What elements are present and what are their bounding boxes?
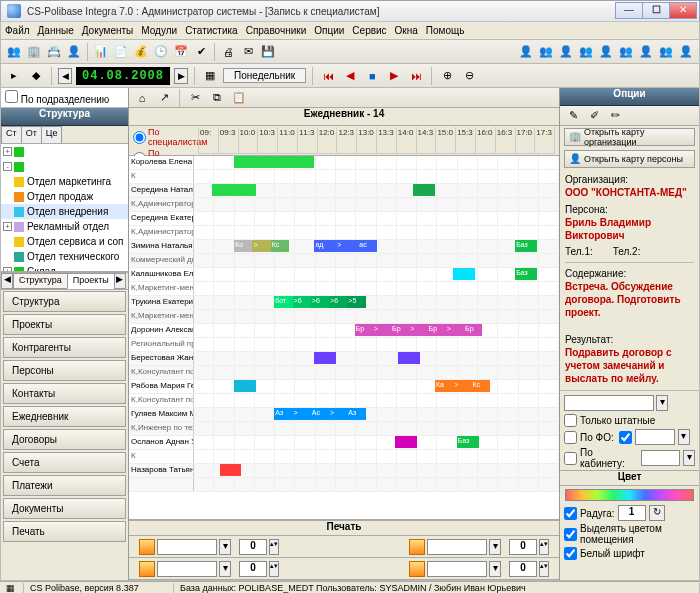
flag-red-icon[interactable]: ▸ <box>5 67 23 85</box>
spin-buttons[interactable]: ▴▾ <box>269 539 279 555</box>
ctool-home-icon[interactable]: ⌂ <box>133 89 151 107</box>
tool-user1-icon[interactable]: 👤 <box>517 43 535 61</box>
nav-Персоны[interactable]: Персоны <box>3 360 126 381</box>
appointment[interactable] <box>453 268 475 280</box>
grid-row[interactable]: Назарова Татьяна Алекс <box>129 464 559 478</box>
tabs-scroll-left[interactable]: ◀ <box>1 273 13 289</box>
tool-mail-icon[interactable]: ✉ <box>239 43 257 61</box>
print-spin-3[interactable]: 0 <box>239 561 267 577</box>
grid-row[interactable]: Берестовая Жанна Вале <box>129 352 559 366</box>
print-icon-4[interactable] <box>409 561 425 577</box>
rtool-brush-icon[interactable]: ✏ <box>606 107 624 125</box>
menu-Файл[interactable]: Файл <box>5 25 30 36</box>
appointment[interactable]: ас <box>358 240 376 252</box>
nav-Контрагенты[interactable]: Контрагенты <box>3 337 126 358</box>
tree-node[interactable]: Отдел технического <box>1 249 128 264</box>
flag-blue-icon[interactable]: ◆ <box>27 67 45 85</box>
appointment[interactable]: >6 <box>293 296 311 308</box>
left-subtab-2[interactable]: Це <box>41 126 63 143</box>
row-cells[interactable]: Бр>Бр>Бр>Бр <box>194 324 559 337</box>
tool-clock-icon[interactable]: 🕒 <box>152 43 170 61</box>
chk-room-color[interactable] <box>564 528 577 541</box>
appointment[interactable]: > <box>293 408 311 420</box>
row-cells[interactable]: Ко>Ксад>асБаз <box>194 240 559 253</box>
grid-row[interactable]: Середина Екатерина Але <box>129 212 559 226</box>
grid-row[interactable]: Гуляев Максим МихайлАз>Ас>Аз <box>129 408 559 422</box>
appointment[interactable]: > <box>409 324 427 336</box>
appointment[interactable] <box>395 436 417 448</box>
menu-Справочники[interactable]: Справочники <box>246 25 307 36</box>
grid-row[interactable]: Королева Елена Влади <box>129 156 559 170</box>
maximize-button[interactable]: ☐ <box>642 2 670 19</box>
tab-structure[interactable]: Структура <box>13 273 68 289</box>
tool-chart-icon[interactable]: 📊 <box>92 43 110 61</box>
nav-prev-icon[interactable]: ◀ <box>341 67 359 85</box>
close-button[interactable]: ✕ <box>669 2 697 19</box>
appointment[interactable]: бот <box>274 296 292 308</box>
grid-row[interactable]: Зимина Наталья ГеннадКо>Ксад>асБаз <box>129 240 559 254</box>
left-subtab-1[interactable]: От <box>21 126 42 143</box>
nav-Договоры[interactable]: Договоры <box>3 429 126 450</box>
left-subtab-0[interactable]: Ст <box>1 126 22 143</box>
appointment[interactable]: Бр <box>428 324 446 336</box>
rainbow-apply-icon[interactable]: ↻ <box>649 505 665 521</box>
nav-Документы[interactable]: Документы <box>3 498 126 519</box>
rainbow-spin[interactable]: 1 <box>618 505 646 521</box>
spin-buttons[interactable]: ▴▾ <box>269 561 279 577</box>
tool-user7-icon[interactable]: 👤 <box>637 43 655 61</box>
menu-Помощь[interactable]: Помощь <box>426 25 465 36</box>
nav-Счета[interactable]: Счета <box>3 452 126 473</box>
filter-combo[interactable] <box>564 395 654 411</box>
row-cells[interactable]: Ка>Кс <box>194 380 559 393</box>
appointment[interactable]: Кс <box>271 240 289 252</box>
date-display[interactable]: 04.08.2008 <box>76 67 170 85</box>
grid-row[interactable]: Середина Наталья Але <box>129 184 559 198</box>
nav-Печать[interactable]: Печать <box>3 521 126 542</box>
nav-Структура[interactable]: Структура <box>3 291 126 312</box>
appointment[interactable] <box>413 184 435 196</box>
grid-row[interactable]: Доронин Александр БорБр>Бр>Бр>Бр <box>129 324 559 338</box>
combo-dropdown-icon[interactable]: ▾ <box>219 561 231 577</box>
tree-node[interactable]: + <box>1 144 128 159</box>
row-cells[interactable]: Аз>Ас>Аз <box>194 408 559 421</box>
appointment[interactable]: Ас <box>311 408 329 420</box>
open-org-card-button[interactable]: 🏢Открыть карту организации <box>564 128 695 146</box>
zoom-in-icon[interactable]: ⊕ <box>438 67 456 85</box>
tool-money-icon[interactable]: 💰 <box>132 43 150 61</box>
ctool-copy-icon[interactable]: ⧉ <box>208 89 226 107</box>
row-cells[interactable] <box>194 352 559 365</box>
tool-print-icon[interactable]: 🖨 <box>219 43 237 61</box>
appointment[interactable]: Баз <box>457 436 479 448</box>
row-cells[interactable]: Баз <box>194 436 559 449</box>
tree-toggle-icon[interactable]: + <box>3 147 12 156</box>
tree-node[interactable]: - <box>1 159 128 174</box>
tab-projects[interactable]: Проекты <box>67 273 115 289</box>
by-dept-checkbox[interactable] <box>5 90 18 103</box>
tool-user6-icon[interactable]: 👥 <box>617 43 635 61</box>
tree-node[interactable]: Отдел сервиса и соп <box>1 234 128 249</box>
date-next-button[interactable]: ▶ <box>174 68 188 84</box>
appointment[interactable]: > <box>329 408 347 420</box>
print-spin-2[interactable]: 0 <box>509 539 537 555</box>
by-dept-label[interactable]: По подразделению <box>5 94 109 105</box>
tree-node[interactable]: +Рекламный отдел <box>1 219 128 234</box>
appointment[interactable]: >6 <box>329 296 347 308</box>
appointment[interactable]: Аз <box>347 408 365 420</box>
menu-Окна[interactable]: Окна <box>395 25 418 36</box>
nav-next-icon[interactable]: ▶ <box>385 67 403 85</box>
nav-first-icon[interactable]: ⏮ <box>319 67 337 85</box>
print-icon[interactable] <box>139 539 155 555</box>
nav-last-icon[interactable]: ⏭ <box>407 67 425 85</box>
appointment[interactable]: Ка <box>435 380 453 392</box>
chk-staff-only[interactable] <box>564 414 577 427</box>
row-cells[interactable] <box>194 156 559 169</box>
tool-save-icon[interactable]: 💾 <box>259 43 277 61</box>
appointment[interactable]: >6 <box>311 296 329 308</box>
menu-Модули[interactable]: Модули <box>141 25 177 36</box>
zoom-out-icon[interactable]: ⊖ <box>460 67 478 85</box>
row-cells[interactable] <box>194 212 559 225</box>
fio-combo[interactable] <box>635 429 675 445</box>
print-combo-3[interactable] <box>157 561 217 577</box>
appointment[interactable]: Баз <box>515 268 537 280</box>
ctool-paste-icon[interactable]: 📋 <box>230 89 248 107</box>
